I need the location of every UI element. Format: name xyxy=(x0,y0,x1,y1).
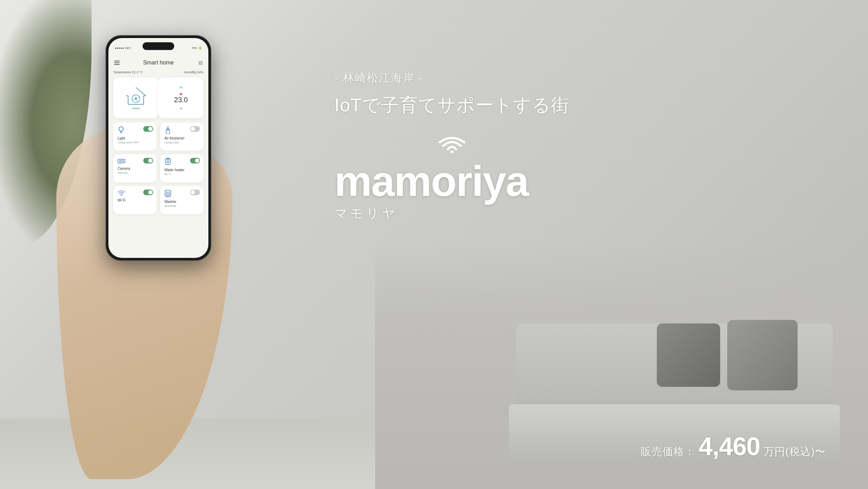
svg-point-1 xyxy=(135,98,137,100)
svg-line-10 xyxy=(123,127,124,128)
phone-screen: ●●●●● NET 75% 🔋 Smart home ⊟ Temperature… xyxy=(108,38,208,258)
washer-sub: Schedule xyxy=(164,204,199,208)
air-freshener-toggle[interactable] xyxy=(190,126,200,132)
light-sub: Living room 75% xyxy=(118,141,152,144)
wifi-logo-svg xyxy=(438,132,466,153)
camera-toggle[interactable] xyxy=(143,158,153,163)
water-heater-sub: 55 °C xyxy=(164,173,199,176)
water-heater-toggle[interactable] xyxy=(190,158,200,163)
battery-pct: 75% xyxy=(191,47,197,50)
toggle-knob xyxy=(148,190,152,194)
house-fan-icon xyxy=(125,86,146,105)
humidity-sensor: Humidity 54% xyxy=(184,70,203,74)
svg-point-18 xyxy=(120,160,121,162)
pillow-2 xyxy=(657,323,720,387)
price-value-text: 4,460 xyxy=(698,432,760,460)
svg-line-8 xyxy=(123,130,124,131)
phone: ●●●●● NET 75% 🔋 Smart home ⊟ Temperature… xyxy=(106,35,211,261)
svg-point-24 xyxy=(121,195,122,196)
svg-point-26 xyxy=(166,192,170,196)
tagline-text: IoTで子育てサポートする街 xyxy=(334,93,570,118)
toggle-knob xyxy=(195,159,199,163)
toggle-knob xyxy=(148,159,152,163)
svg-point-21 xyxy=(167,161,169,163)
camera-name: Camera xyxy=(118,167,152,171)
svg-point-16 xyxy=(168,126,169,128)
svg-rect-17 xyxy=(118,159,123,163)
air-freshener-icon xyxy=(164,126,171,134)
carrier-label: ●●●●● NET xyxy=(115,47,131,50)
svg-rect-19 xyxy=(165,159,170,165)
camera-card[interactable]: Camera Yard (6) xyxy=(113,154,157,182)
light-name: Light xyxy=(118,136,152,141)
air-freshener-card[interactable]: Air freshener Living room xyxy=(160,123,203,151)
overlay-content: - 林崎松江海岸 - IoTで子育てサポートする街 mamoriya マモリヤ xyxy=(334,70,570,222)
washer-icon xyxy=(164,190,171,197)
wifi-name: Wi Fi xyxy=(118,198,152,203)
temperature-sensor: Temperature 22.3 °C xyxy=(113,70,143,74)
temp-up-button[interactable]: ⌃ xyxy=(178,86,184,92)
battery-icon: 🔋 xyxy=(198,46,202,50)
brand-name: mamoriya xyxy=(334,160,570,202)
light-icon xyxy=(118,126,125,134)
temp-down-button[interactable]: ⌄ xyxy=(178,104,184,110)
pillow-1 xyxy=(727,320,798,390)
ac-status: Good xyxy=(132,107,140,110)
price-suffix-text: 万円(税込)〜 xyxy=(763,446,826,457)
water-heater-name: Water heater xyxy=(164,168,199,172)
svg-line-7 xyxy=(119,127,120,128)
price-label: 販売価格： 4,460 万円(税込)〜 xyxy=(641,432,826,461)
camera-icon xyxy=(118,158,125,164)
hand: ●●●●● NET 75% 🔋 Smart home ⊟ Temperature… xyxy=(56,21,303,479)
wifi-card[interactable]: Wi Fi xyxy=(113,186,157,214)
air-freshener-sub: Living room xyxy=(164,141,199,144)
water-heater-card[interactable]: Water heater 55 °C xyxy=(160,154,203,182)
price-section: 販売価格： 4,460 万円(税込)〜 xyxy=(641,432,826,461)
svg-point-27 xyxy=(167,193,169,195)
temp-indicator-dot xyxy=(180,93,182,95)
thermostat-widget[interactable]: ⌃ 23.0 ⌄ xyxy=(158,78,203,118)
ac-widget[interactable]: Good xyxy=(113,78,158,118)
price-label-text: 販売価格： xyxy=(641,446,695,457)
wifi-toggle[interactable] xyxy=(143,190,153,195)
brand-kana: マモリヤ xyxy=(334,205,570,222)
device-grid: Light Living room 75% Air xyxy=(113,123,203,218)
app-header: Smart home ⊟ xyxy=(108,55,208,70)
device-row-2: Camera Yard (6) xyxy=(113,154,203,182)
dynamic-island xyxy=(143,42,174,50)
temperature-display: 23.0 xyxy=(174,96,188,104)
washer-toggle[interactable] xyxy=(190,190,200,195)
svg-rect-13 xyxy=(166,130,170,134)
svg-rect-14 xyxy=(167,129,169,130)
toggle-knob xyxy=(191,190,195,194)
washer-card[interactable]: Washer Schedule xyxy=(160,186,203,214)
light-card[interactable]: Light Living room 75% xyxy=(113,123,157,151)
filter-button[interactable]: ⊟ xyxy=(199,60,203,66)
light-toggle[interactable] xyxy=(143,126,153,132)
svg-line-9 xyxy=(119,130,120,131)
menu-button[interactable] xyxy=(114,61,120,65)
toggle-knob xyxy=(148,127,152,131)
battery-label: 75% 🔋 xyxy=(191,46,202,50)
device-row-3: Wi Fi Wash xyxy=(113,186,203,214)
toggle-knob xyxy=(191,127,195,131)
svg-point-28 xyxy=(166,191,166,192)
wifi-icon xyxy=(118,190,125,196)
air-freshener-name: Air freshener xyxy=(164,136,199,141)
location-text: - 林崎松江海岸 - xyxy=(334,70,570,86)
svg-point-30 xyxy=(450,150,454,153)
brand-wifi-icon xyxy=(334,132,570,153)
device-row-1: Light Living room 75% Air xyxy=(113,123,203,151)
washer-name: Washer xyxy=(164,200,199,204)
sensor-row: Temperature 22.3 °C Humidity 54% xyxy=(113,70,203,74)
water-heater-icon xyxy=(164,158,171,166)
camera-sub: Yard (6) xyxy=(118,171,152,174)
app-title: Smart home xyxy=(143,60,174,66)
